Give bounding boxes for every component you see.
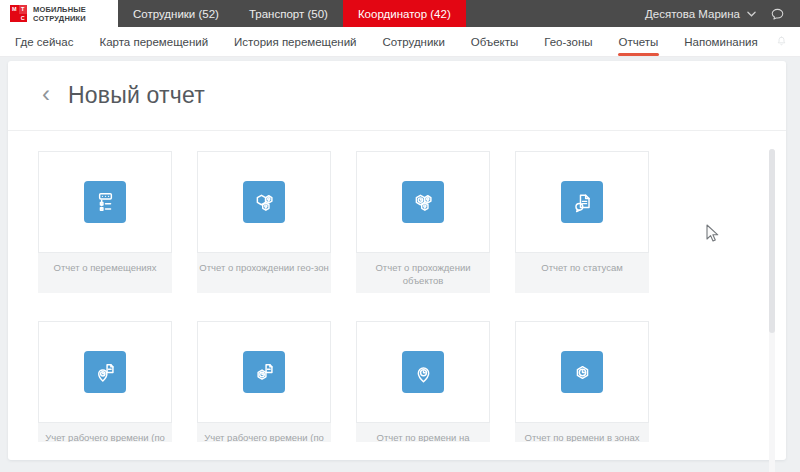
report-tile-6[interactable]: Отчет по времени на объектах [356, 321, 490, 442]
geozones-pins-icon [243, 181, 285, 223]
report-tile-label: Отчет по статусам [515, 253, 649, 293]
logo-line1: МОБИЛЬНЫЕ [33, 5, 86, 14]
objects-pass-icon [402, 181, 444, 223]
app-logo-text: МОБИЛЬНЫЕ СОТРУДНИКИ [33, 5, 86, 23]
topbar-tab-0[interactable]: Сотрудники (52) [118, 0, 234, 27]
back-button chevron-left-icon[interactable]: ‹ [42, 82, 50, 106]
topbar-tab-1[interactable]: Транспорт (50) [234, 0, 343, 27]
bell-icon[interactable] [775, 35, 788, 49]
report-tile-image [356, 321, 490, 423]
scrollbar-thumb[interactable] [769, 149, 775, 333]
report-tile-image [38, 151, 172, 253]
report-tile-image [515, 151, 649, 253]
report-tile-label: Учет рабочего времени (по зонам) [197, 423, 331, 442]
hex-clock-icon [561, 351, 603, 393]
status-doc-chat-icon [561, 181, 603, 223]
report-tile-image [197, 321, 331, 423]
nav-item-3[interactable]: Сотрудники [370, 27, 458, 56]
nav-item-6[interactable]: Отчеты [606, 27, 672, 56]
chat-bubble-icon[interactable] [769, 6, 786, 22]
topbar-tab-2[interactable]: Координатор (42) [343, 0, 466, 27]
report-tile-0[interactable]: Отчет о перемещениях [38, 151, 172, 293]
report-tile-label: Отчет по времени на объектах [356, 423, 490, 442]
nav-item-0[interactable]: Где сейчас [2, 27, 86, 56]
report-tile-label: Отчет о прохождении гео-зон [197, 253, 331, 293]
page-header: ‹ Новый отчет [8, 61, 786, 131]
user-menu[interactable]: Десятова Марина [645, 8, 756, 20]
page-title: Новый отчет [68, 82, 205, 109]
user-name: Десятова Марина [645, 8, 740, 20]
topbar-right: Десятова Марина [645, 0, 800, 27]
report-tile-label: Отчет по времени в зонах [515, 423, 649, 442]
logo-line2: СОТРУДНИКИ [33, 14, 86, 23]
report-tile-label: Отчет о прохождении объектов [356, 253, 490, 293]
pin-clock-icon [402, 351, 444, 393]
report-tile-7[interactable]: Отчет по времени в зонах [515, 321, 649, 442]
report-tile-image [197, 151, 331, 253]
topbar: МТС МОБИЛЬНЫЕ СОТРУДНИКИ Сотрудники (52)… [0, 0, 800, 27]
report-tile-3[interactable]: Отчет по статусам [515, 151, 649, 293]
nav-item-5[interactable]: Гео-зоны [531, 27, 605, 56]
chevron-down-icon [747, 11, 756, 17]
app-screen: МТС МОБИЛЬНЫЕ СОТРУДНИКИ Сотрудники (52)… [0, 0, 800, 472]
report-tile-label: Отчет о перемещениях [38, 253, 172, 293]
reports-grid: Отчет о перемещенияхОтчет о прохождении … [8, 141, 786, 442]
report-tile-5[interactable]: Учет рабочего времени (по зонам) [197, 321, 331, 442]
nav-item-7[interactable]: Напоминания [671, 27, 770, 56]
worktime-hex-clock-doc-icon [243, 351, 285, 393]
report-tile-label: Учет рабочего времени (по объектам) [38, 423, 172, 442]
logo-letter: М [10, 5, 19, 14]
route-list-icon [84, 181, 126, 223]
nav-item-1[interactable]: Карта перемещений [86, 27, 221, 56]
report-tile-1[interactable]: Отчет о прохождении гео-зон [197, 151, 331, 293]
nav-item-4[interactable]: Объекты [458, 27, 531, 56]
report-tile-4[interactable]: Учет рабочего времени (по объектам) [38, 321, 172, 442]
mts-logo-icon: МТС [10, 5, 27, 22]
report-tile-2[interactable]: Отчет о прохождении объектов [356, 151, 490, 293]
logo-letter [10, 14, 19, 23]
nav-item-2[interactable]: История перемещений [221, 27, 369, 56]
content-panel: ‹ Новый отчет Отчет о перемещенияхОтчет … [8, 61, 786, 460]
report-tile-image [515, 321, 649, 423]
logo-letter: С [19, 14, 28, 23]
main-nav: Где сейчасКарта перемещенийИстория перем… [0, 27, 800, 57]
app-logo: МТС МОБИЛЬНЫЕ СОТРУДНИКИ [0, 0, 118, 27]
report-tile-image [356, 151, 490, 253]
topbar-tabs: Сотрудники (52)Транспорт (50)Координатор… [118, 0, 466, 27]
logo-letter: Т [19, 5, 28, 14]
worktime-pin-clock-doc-icon [84, 351, 126, 393]
report-tile-image [38, 321, 172, 423]
reports-scroll-area[interactable]: Отчет о перемещенияхОтчет о прохождении … [8, 141, 786, 442]
